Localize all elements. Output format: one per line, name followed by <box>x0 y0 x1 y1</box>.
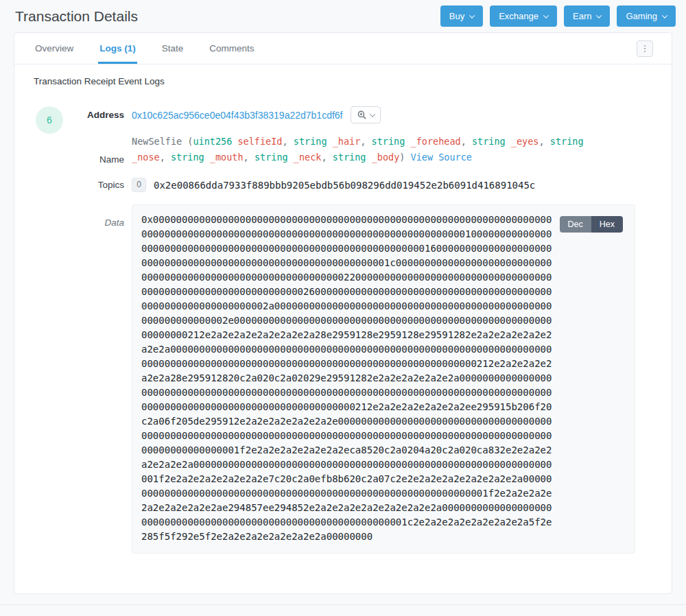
signature-segment: string <box>372 136 405 147</box>
earn-button-label: Earn <box>573 11 591 21</box>
buy-button[interactable]: Buy <box>440 5 483 27</box>
data-row: Data 0x000000000000000000000000000000000… <box>73 204 652 554</box>
address-lookup-button[interactable] <box>351 106 381 123</box>
chevron-down-icon <box>662 12 667 18</box>
tab-overview-label: Overview <box>35 43 73 54</box>
chevron-down-icon <box>469 12 475 18</box>
tab-comments[interactable]: Comments <box>208 33 255 64</box>
exchange-button-label: Exchange <box>499 11 539 21</box>
logs-panel: Transaction Receipt Event Logs 6 Address… <box>14 64 672 554</box>
signature-segment: , <box>244 152 255 163</box>
chevron-down-icon <box>543 12 549 18</box>
signature-segment: , <box>282 136 293 147</box>
log-fields: Address 0x10c625ac956ce0e04f43b3f38319a2… <box>73 106 652 554</box>
signature-segment: _body <box>372 152 400 163</box>
tab-overview[interactable]: Overview <box>34 33 75 64</box>
signature-segment: selfieId <box>237 136 282 147</box>
tab-logs[interactable]: Logs (1) <box>98 33 137 64</box>
log-index-badge: 6 <box>36 106 63 134</box>
topic-hash: 0x2e00866dda7933f889bbb9205ebdb56b098296… <box>154 180 535 191</box>
tab-logs-label: Logs (1) <box>99 43 136 54</box>
signature-segment <box>506 136 511 147</box>
signature-segment: _eyes <box>511 136 539 147</box>
page-header: Transaction Details Buy Exchange Earn Ga… <box>0 0 686 32</box>
signature-segment: , <box>160 152 171 163</box>
transaction-card: Overview Logs (1) State Comments ⋮ Trans… <box>14 32 672 594</box>
data-hex-text: 0x00000000000000000000000000000000000000… <box>141 213 552 544</box>
address-link[interactable]: 0x10c625ac956ce0e04f43b3f38319a22d7b1cdf… <box>132 110 343 121</box>
more-options-button[interactable]: ⋮ <box>637 40 653 57</box>
chevron-down-icon <box>369 111 375 117</box>
exchange-button[interactable]: Exchange <box>490 5 557 27</box>
signature-segment <box>288 152 294 163</box>
chevron-down-icon <box>596 12 602 18</box>
gaming-button-label: Gaming <box>626 11 657 21</box>
signature-segment: string <box>333 152 366 163</box>
data-label: Data <box>73 204 124 554</box>
tab-bar: Overview Logs (1) State Comments ⋮ <box>14 33 672 64</box>
buy-button-label: Buy <box>449 11 464 21</box>
topic-item: 0 0x2e00866dda7933f889bbb9205ebdb56b0982… <box>132 178 535 192</box>
view-source-link[interactable]: View Source <box>411 152 472 163</box>
signature-segment: , <box>360 136 371 147</box>
data-box: 0x00000000000000000000000000000000000000… <box>132 204 635 554</box>
signature-segment: ) <box>399 152 410 163</box>
gaming-button[interactable]: Gaming <box>617 5 676 27</box>
name-label: Name <box>73 154 124 165</box>
signature-segment: string <box>472 136 506 147</box>
magnifier-plus-icon <box>357 110 366 119</box>
tab-state-label: State <box>162 43 184 54</box>
signature-segment: string <box>171 152 204 163</box>
signature-segment: NewSelfie ( <box>132 136 193 147</box>
section-title: Transaction Receipt Event Logs <box>34 76 652 86</box>
header-button-group: Buy Exchange Earn Gaming <box>440 5 676 27</box>
signature-segment <box>366 152 371 163</box>
dec-hex-toggle: Dec Hex <box>560 216 623 233</box>
signature-segment: _neck <box>294 152 322 163</box>
signature-segment: , <box>539 136 549 147</box>
signature-segment <box>204 152 210 163</box>
earn-button[interactable]: Earn <box>564 5 610 27</box>
tab-state[interactable]: State <box>161 33 185 64</box>
signature-segment <box>405 136 410 147</box>
signature-segment: _mouth <box>210 152 244 163</box>
topics-row: Topics 0 0x2e00866dda7933f889bbb9205ebdb… <box>73 178 652 192</box>
dec-toggle-button[interactable]: Dec <box>560 216 591 233</box>
kebab-menu-icon: ⋮ <box>641 43 650 54</box>
event-log-entry: 6 Address 0x10c625ac956ce0e04f43b3f38319… <box>34 106 652 554</box>
signature-segment: string <box>550 136 584 147</box>
topic-index-badge: 0 <box>132 178 146 192</box>
signature-segment: _hair <box>333 136 361 147</box>
address-value-wrap: 0x10c625ac956ce0e04f43b3f38319a22d7b1cdf… <box>132 106 381 123</box>
signature-segment: _forehead <box>411 136 461 147</box>
address-label: Address <box>73 110 124 120</box>
signature-segment: , <box>321 152 332 163</box>
page-title: Transaction Details <box>15 8 138 25</box>
signature-segment: string <box>255 152 288 163</box>
signature-segment <box>327 136 333 147</box>
signature-segment: string <box>294 136 327 147</box>
tab-comments-label: Comments <box>209 43 254 54</box>
signature-segment: uint256 <box>193 136 232 147</box>
footer-divider <box>0 604 686 605</box>
hex-toggle-button[interactable]: Hex <box>591 216 623 233</box>
signature-segment: , <box>461 136 472 147</box>
signature-segment: _nose <box>132 152 160 163</box>
topics-label: Topics <box>73 180 124 190</box>
name-row: Name NewSelfie (uint256 selfieId, string… <box>73 134 652 165</box>
address-row: Address 0x10c625ac956ce0e04f43b3f38319a2… <box>73 106 652 123</box>
event-signature: NewSelfie (uint256 selfieId, string _hai… <box>132 134 612 165</box>
